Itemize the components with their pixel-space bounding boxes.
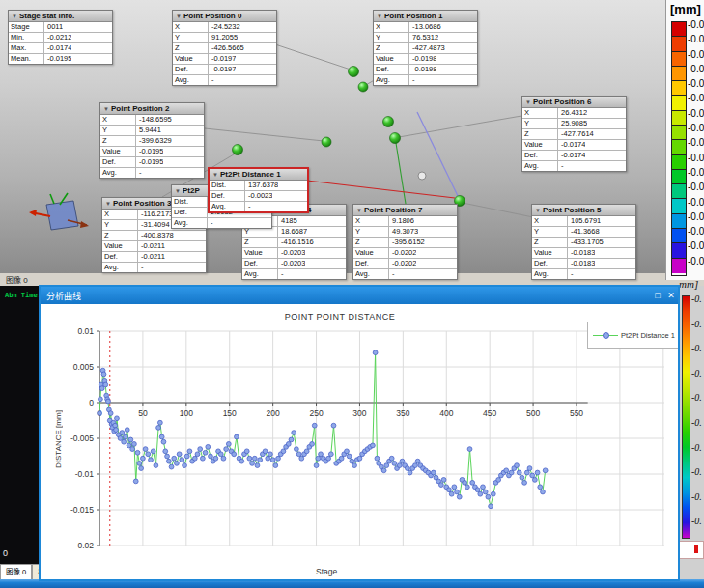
- table-row: Avg.-: [374, 75, 477, 85]
- x-axis-label: Stage: [316, 567, 337, 576]
- table-row: X-148.6595: [100, 115, 204, 126]
- table-row: Dist.137.6378: [210, 181, 307, 191]
- red-indicator-icon: [694, 545, 698, 553]
- table-row: X-24.5232: [173, 22, 276, 33]
- collapse-arrow-icon[interactable]: ▼: [12, 14, 17, 19]
- table-row: Def.-0.0174: [522, 151, 626, 161]
- svg-text:-0.02: -0.02: [75, 541, 95, 550]
- chart-area[interactable]: 0501001502002503003504004505005500.010.0…: [41, 304, 678, 579]
- svg-text:200: 200: [267, 408, 280, 418]
- svg-text:250: 250: [309, 408, 323, 418]
- table-row: X105.6791: [532, 216, 635, 227]
- colorbar-panel: [mm] -0.0-0.0-0.0-0.0-0.0-0.0-0.0-0.0-0.…: [665, 0, 704, 280]
- green-link-line: [396, 143, 406, 204]
- table-row: Def.-0.0203: [242, 259, 346, 269]
- stage-stat-table[interactable]: ▼Stage stat info.Stage0011Min.-0.0212Max…: [8, 10, 113, 65]
- table-row: Avg.-: [100, 168, 204, 178]
- point-position-6-table[interactable]: ▼Point Position 6X26.4312Y25.9085Z-427.7…: [521, 96, 627, 172]
- table-row: Z-400.8378: [102, 231, 206, 241]
- svg-text:450: 450: [483, 408, 496, 418]
- axis-triad-icon[interactable]: [29, 193, 89, 230]
- restore-button[interactable]: □: [651, 291, 664, 300]
- app-root: { "viewport": { "tables": { "stage_stat"…: [0, 0, 704, 588]
- collapse-arrow-icon[interactable]: ▼: [377, 14, 382, 19]
- point-position-0-table[interactable]: ▼Point Position 0X-24.5232Y91.2055Z-426.…: [172, 10, 277, 86]
- 3d-viewport[interactable]: ▼Stage stat info.Stage0011Min.-0.0212Max…: [0, 0, 704, 273]
- table-row: Value-0.0195: [100, 147, 204, 157]
- point-position-1-table[interactable]: ▼Point Position 1X-13.0686Y76.5312Z-427.…: [373, 10, 478, 86]
- svg-text:-0.01: -0.01: [75, 469, 95, 479]
- table-row: Z-399.6329: [100, 136, 204, 147]
- table-row: Avg.-: [102, 263, 206, 272]
- svg-text:300: 300: [352, 408, 366, 418]
- svg-text:350: 350: [396, 408, 409, 418]
- analysis-curve-window[interactable]: 分析曲线 □ ✕ 0501001502002503003504004505005…: [39, 285, 680, 581]
- collapse-arrow-icon[interactable]: ▼: [175, 188, 181, 194]
- chart-title: POINT POINT DISTANCE: [195, 312, 485, 322]
- point-position-5-table[interactable]: ▼Point Position 5X105.6791Y-41.3668Z-433…: [531, 204, 636, 280]
- table-row: Value-0.0197: [173, 54, 276, 65]
- window-titlebar[interactable]: 分析曲线 □ ✕: [41, 287, 678, 304]
- point-position-7-table[interactable]: ▼Point Position 7X9.1806Y49.3073Z-395.61…: [352, 204, 458, 280]
- table-row: Value-0.0183: [532, 248, 635, 259]
- colorbar2-gradient: [682, 295, 690, 539]
- table-row: Avg.-: [353, 269, 457, 279]
- table-row: Y25.9085: [522, 119, 626, 129]
- collapse-arrow-icon[interactable]: ▼: [525, 99, 531, 105]
- table-row: Avg.-: [210, 202, 307, 211]
- abn-time-label: Abn Time:: [5, 292, 42, 299]
- table-row: Y5.9441: [100, 126, 204, 136]
- table-row: Def.-0.0211: [102, 252, 206, 263]
- image-strip-label: 图像 0: [6, 274, 28, 285]
- svg-text:100: 100: [180, 408, 193, 418]
- collapse-arrow-icon[interactable]: ▼: [212, 172, 218, 178]
- collapse-arrow-icon[interactable]: ▼: [535, 208, 541, 213]
- table-row: Avg.-: [242, 269, 346, 279]
- table-row: Def.-0.0197: [173, 65, 276, 75]
- point-position-2-table[interactable]: ▼Point Position 2X-148.6595Y5.9441Z-399.…: [99, 102, 205, 179]
- colorbar-secondary: mm] -0.-0.-0.-0.-0.-0.-0.-0.-0.-0.: [677, 278, 704, 579]
- svg-text:0.005: 0.005: [73, 362, 95, 372]
- table-row: Z-426.5665: [173, 43, 276, 54]
- svg-text:-0.005: -0.005: [70, 434, 94, 443]
- table-row: Avg.-: [172, 218, 271, 228]
- collapse-arrow-icon[interactable]: ▼: [103, 106, 109, 112]
- table-row: Mean.-0.0195: [9, 54, 112, 64]
- table-row: X9.1806: [353, 216, 457, 227]
- counter-label: 0: [3, 548, 8, 558]
- table-row: Z-427.4873: [374, 43, 477, 54]
- svg-text:150: 150: [223, 408, 237, 418]
- scatter-plot: 0501001502002503003504004505005500.010.0…: [41, 304, 678, 579]
- legend-marker-icon: [593, 330, 618, 340]
- table-row: Z-416.1516: [242, 238, 346, 248]
- table-row: Def.-0.0023: [210, 191, 307, 202]
- colorbar: [671, 21, 687, 276]
- table-row: Value-0.0211: [102, 241, 206, 252]
- close-button[interactable]: ✕: [664, 291, 678, 300]
- table-row: Def.-0.0183: [532, 259, 635, 269]
- table-row: Y76.5312: [374, 33, 477, 43]
- table-row: Z-427.7614: [522, 129, 626, 140]
- table-row: Y-41.3668: [532, 227, 635, 238]
- table-row: Stage0011: [9, 22, 112, 33]
- table-row: Z-433.1705: [532, 238, 635, 248]
- tab-image-0[interactable]: 图像 0: [0, 564, 32, 580]
- table-row: X26.4312: [522, 108, 626, 119]
- collapse-arrow-icon[interactable]: ▼: [176, 14, 182, 19]
- svg-text:50: 50: [138, 408, 148, 418]
- colorbar-unit-label: [mm]: [670, 2, 701, 16]
- collapse-arrow-icon[interactable]: ▼: [105, 201, 111, 207]
- table-row: Avg.-: [532, 269, 635, 279]
- svg-text:500: 500: [526, 408, 540, 418]
- table-row: Value-0.0198: [374, 54, 477, 65]
- y-axis-label: DISTANCE [mm]: [54, 362, 66, 517]
- chart-legend[interactable]: Pt2Pt Distance 1: [587, 322, 678, 349]
- pt2pt-distance-1-table[interactable]: ▼Pt2Pt Distance 1Dist.137.6378Def.-0.002…: [208, 167, 309, 213]
- status-readout-box: [679, 541, 704, 559]
- collapse-arrow-icon[interactable]: ▼: [356, 208, 362, 213]
- table-row: Def.-0.0195: [100, 157, 204, 168]
- svg-text:550: 550: [570, 408, 583, 418]
- table-row: Max.-0.0174: [9, 43, 112, 54]
- table-row: Value-0.0174: [522, 140, 626, 151]
- reference-point[interactable]: [418, 172, 426, 180]
